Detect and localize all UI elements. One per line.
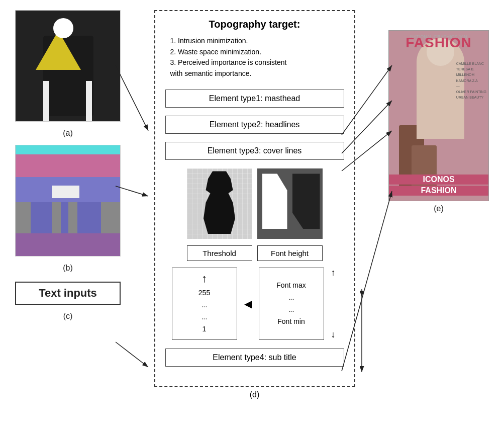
fh-white-shape [262,173,287,229]
font-dots2: ... [288,304,294,316]
text-inputs-label: Text inputs [39,287,97,299]
caption-e: (e) [434,201,444,216]
right-column: NATIONAL GRAPHICS JAN FASHION CAMILLE BL… [383,10,494,424]
caption-d: (d) [250,390,260,399]
img-a-chair-right [86,81,92,121]
left-column: (a) (b) Text inputs (c) [10,10,126,424]
fashion-bottom-title: ICONOS FASHION [389,175,488,196]
element-type1-label: Element type1: masthead [209,94,300,103]
values-section: ↑ 255 ... ... 1 ◀ Font max ... ... Font … [165,268,344,339]
element-type3-label: Element type3: cover lines [208,146,302,155]
element-type1-box: Element type1: masthead [165,90,344,108]
caption-a: (a) [63,127,73,140]
img-b-purple-bot [16,233,121,256]
text-inputs-box: Text inputs [15,282,121,305]
image-b-box [15,145,121,256]
right-line6: OLIVER PAINTING [456,89,486,95]
topo-list: 1. Intrusion minimization. 2. Waste spac… [165,36,344,79]
font-max: Font max [276,280,306,292]
right-line5: — [456,83,486,89]
fashion-main-title: FASHION [389,35,488,51]
image-a-box [15,10,121,122]
fashion-iconos-line: ICONOS [389,175,488,185]
img-b-white [52,186,79,198]
threshold-label-box: Threshold [187,245,252,261]
label-row: Threshold Font height [165,245,344,261]
diagram-box: Topography target: 1. Intrusion minimiza… [154,10,355,387]
main-container: (a) (b) Text inputs (c) Topography targ [0,0,504,434]
right-line4: KAMORA Z.A [456,78,486,83]
val-dots1: ... [201,299,208,311]
threshold-label: Threshold [203,249,236,257]
topo-point-3: 3. Perceived importance is consistent [170,58,344,68]
font-height-label-box: Font height [257,245,323,261]
down-arrow-bot-icon: ↓ [331,329,336,340]
up-arrow-icon: ↑ [201,272,207,285]
center-column: Topography target: 1. Intrusion minimiza… [131,10,378,424]
img-fontheight [257,168,323,239]
right-line1: CAMILLE BLANC [456,61,486,66]
element-type4-box: Element type4: sub title [165,349,344,367]
img-b-stem-right [68,202,77,237]
fashion-right-text: CAMILLE BLANC TERESA B. MILLENOM KAMORA … [456,61,486,100]
caption-b: (b) [63,262,73,275]
topo-title: Topography target: [165,19,344,30]
left-arrow-icon: ◀ [242,268,254,339]
element-type3-box: Element type3: cover lines [165,142,344,160]
threshold-values: ↑ 255 ... ... 1 [172,268,237,339]
val-255: 255 [198,287,210,299]
img-a-face [53,18,73,38]
img-b-stem-left [52,202,61,237]
fashion-cover: NATIONAL GRAPHICS JAN FASHION CAMILLE BL… [388,30,489,201]
topo-point-2: 2. Waste space minimization. [170,47,344,57]
image-a [16,11,121,121]
font-values: Font max ... ... Font min [259,268,324,339]
element-type2-label: Element type2: headlines [210,120,300,129]
font-dots1: ... [288,292,294,304]
fh-dark-shape [292,173,320,229]
topo-point-4: with semantic importance. [170,69,344,79]
img-b-pink [16,154,121,177]
topo-point-1: 1. Intrusion minimization. [170,36,344,46]
val-1: 1 [203,323,207,335]
right-line7: URBAN BEAUTY [456,95,486,100]
img-threshold [187,168,252,239]
image-b [16,145,121,256]
right-line2: TERESA B. [456,66,486,72]
element-type4-label: Element type4: sub title [213,353,296,362]
img-a-chair-left [43,81,49,121]
font-height-label: Font height [271,249,309,257]
element-type2-box: Element type2: headlines [165,116,344,134]
cover-lines-row [165,168,344,239]
down-arrow-area: ↑ ↓ [329,268,338,339]
font-min: Font min [277,316,305,328]
img-b-cyan [16,145,121,154]
fashion-bottom-line: FASHION [389,186,488,196]
caption-c: (c) [63,310,73,323]
val-dots2: ... [201,311,208,323]
right-line3: MILLENOM [456,72,486,77]
down-arrow-top-icon: ↑ [331,268,336,278]
img-b-blue [31,202,101,237]
fashion-title-text: FASHION [406,35,471,50]
